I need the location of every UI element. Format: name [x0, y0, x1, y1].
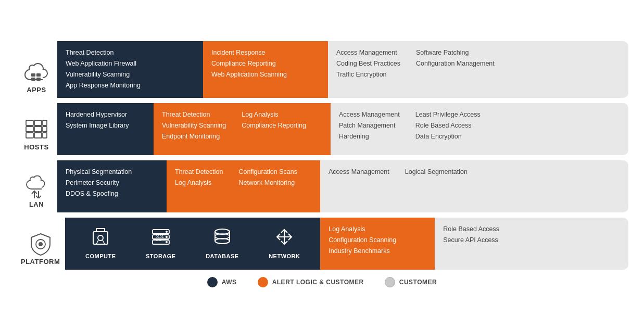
hosts-orange-cell: Threat Detection Vulnerability Scanning …: [154, 103, 331, 155]
lan-row: LAN Physical Segmentation Perimeter Secu…: [16, 160, 628, 212]
hosts-light-col-1: Access Management Patch Management Harde…: [339, 109, 400, 143]
hosts-icon: [23, 118, 50, 141]
legend-dot-alertlogic: [258, 277, 268, 287]
database-label: DATABASE: [206, 251, 238, 261]
platform-database: DATABASE: [206, 225, 238, 261]
svg-point-24: [166, 241, 168, 243]
hosts-dark-cell: Hardened Hypervisor System Image Library: [57, 103, 154, 155]
svg-rect-8: [34, 127, 42, 132]
hosts-dark-col-1: Hardened Hypervisor System Image Library: [66, 109, 129, 132]
svg-rect-11: [34, 133, 42, 138]
platform-orange-col-1: Log Analysis Configuration Scanning Indu…: [329, 224, 396, 257]
hosts-label: HOSTS: [16, 103, 57, 155]
platform-row-name: PLATFORM: [21, 258, 60, 266]
apps-row-name: APPS: [27, 86, 46, 94]
apps-light-col-1: Access Management Coding Best Practices …: [336, 47, 400, 81]
compute-label: COMPUTE: [85, 251, 116, 261]
hosts-orange-col-2: Log Analysis Compliance Reporting: [242, 109, 306, 143]
svg-rect-3: [36, 78, 41, 81]
apps-dark-col-1: Threat Detection Web Application Firewal…: [66, 47, 141, 92]
lan-orange-col-2: Configuration Scans Network Monitoring: [238, 167, 297, 189]
svg-rect-12: [43, 133, 47, 138]
diagram: APPS Threat Detection Web Application Fi…: [16, 41, 628, 270]
legend-label-aws: AWS: [222, 279, 237, 286]
svg-rect-5: [34, 120, 42, 125]
svg-point-16: [39, 242, 43, 246]
platform-light-col-1: Role Based Access Secure API Access: [443, 224, 499, 246]
apps-label: APPS: [16, 41, 57, 98]
apps-dark-cell: Threat Detection Web Application Firewal…: [57, 41, 203, 98]
apps-orange-col-1: Incident Response Compliance Reporting W…: [211, 47, 287, 81]
svg-text:1001: 1001: [156, 238, 161, 242]
svg-rect-2: [31, 78, 35, 81]
lan-icon: [23, 175, 50, 198]
apps-icon: [23, 63, 50, 84]
svg-point-22: [166, 231, 168, 233]
svg-rect-4: [26, 120, 33, 125]
lan-light-col-2: Logical Segmentation: [405, 167, 468, 178]
apps-light-cell: Access Management Coding Best Practices …: [328, 41, 628, 98]
platform-label: PLATFORM: [16, 218, 65, 270]
lan-row-name: LAN: [29, 200, 44, 208]
legend: AWS ALERT LOGIC & CUSTOMER CUSTOMER: [207, 277, 437, 287]
hosts-light-col-2: Least Privilege Access Role Based Access…: [415, 109, 481, 143]
platform-dark-cell: COMPUTE 0101 1001 STORAGE: [65, 218, 320, 270]
hosts-row-name: HOSTS: [24, 143, 48, 151]
svg-rect-10: [26, 133, 33, 138]
legend-dot-customer: [385, 277, 395, 287]
platform-storage: 0101 1001 STORAGE: [146, 225, 176, 261]
lan-label: LAN: [16, 160, 57, 212]
legend-label-alertlogic: ALERT LOGIC & CUSTOMER: [272, 279, 364, 286]
svg-rect-17: [93, 232, 108, 244]
platform-light-cell: Role Based Access Secure API Access: [435, 218, 628, 270]
legend-aws: AWS: [207, 277, 237, 287]
apps-light-col-2: Software Patching Configuration Manageme…: [416, 47, 495, 81]
hosts-light-cell: Access Management Patch Management Harde…: [331, 103, 628, 155]
platform-compute: COMPUTE: [85, 225, 116, 261]
network-label: NETWORK: [269, 251, 300, 261]
apps-row: APPS Threat Detection Web Application Fi…: [16, 41, 628, 98]
lan-light-cell: Access Management Logical Segmentation: [320, 160, 628, 212]
svg-rect-9: [43, 127, 47, 132]
lan-orange-cell: Threat Detection Log Analysis Configurat…: [167, 160, 320, 212]
svg-rect-1: [36, 73, 41, 77]
svg-rect-0: [31, 73, 35, 77]
svg-point-23: [166, 236, 168, 238]
legend-label-customer: CUSTOMER: [399, 279, 437, 286]
legend-alertlogic: ALERT LOGIC & CUSTOMER: [258, 277, 364, 287]
platform-row: PLATFORM COMPUTE: [16, 218, 628, 270]
legend-customer: CUSTOMER: [385, 277, 437, 287]
lan-dark-col-1: Physical Segmentation Perimeter Security…: [66, 167, 132, 200]
lan-dark-cell: Physical Segmentation Perimeter Security…: [57, 160, 167, 212]
platform-orange-cell: Log Analysis Configuration Scanning Indu…: [320, 218, 435, 270]
platform-icon: [27, 233, 54, 256]
lan-orange-col-1: Threat Detection Log Analysis: [175, 167, 223, 189]
storage-label: STORAGE: [146, 251, 176, 261]
hosts-row: HOSTS Hardened Hypervisor System Image L…: [16, 103, 628, 155]
svg-rect-7: [26, 127, 33, 132]
legend-dot-aws: [207, 277, 218, 287]
hosts-orange-col-1: Threat Detection Vulnerability Scanning …: [162, 109, 226, 143]
svg-text:0101: 0101: [156, 235, 164, 238]
svg-rect-6: [43, 120, 47, 125]
apps-orange-cell: Incident Response Compliance Reporting W…: [203, 41, 328, 98]
svg-point-18: [98, 235, 103, 241]
lan-light-col-1: Access Management: [329, 167, 389, 178]
platform-network: NETWORK: [269, 225, 300, 261]
